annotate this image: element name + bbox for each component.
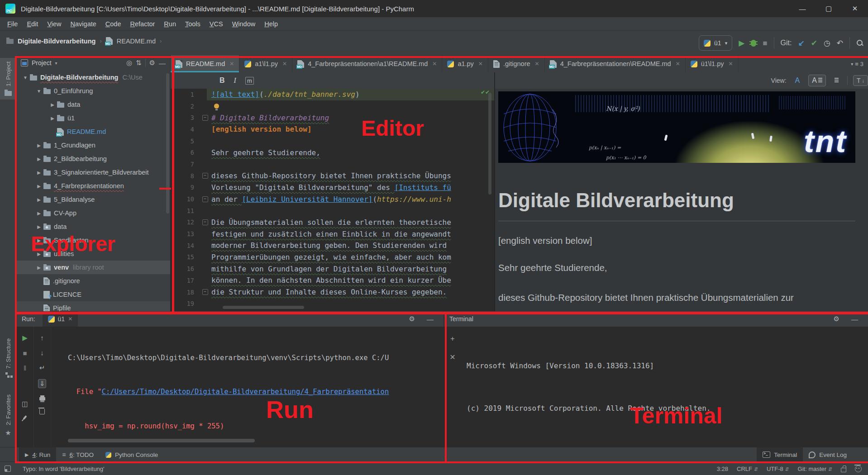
tree-row[interactable]: ▶ utilities — [16, 247, 170, 261]
tab-u1-l1-py[interactable]: ü1\l1.py ✕ — [686, 55, 739, 72]
toolwindow-todo-button[interactable]: ≡ 6: TODO — [56, 447, 100, 462]
expanded-arrow-icon[interactable]: ▼ — [34, 89, 43, 94]
sidebar-item-structure[interactable]: 7: Structure — [0, 335, 16, 382]
tree-row[interactable]: ▼ 0_Einführung — [16, 84, 170, 98]
scroll-to-end-icon[interactable]: ⇓ — [38, 379, 47, 388]
stop-button[interactable]: ■ — [763, 39, 767, 47]
clear-console-icon[interactable] — [39, 409, 45, 414]
collapsed-arrow-icon[interactable]: ▶ — [48, 116, 57, 121]
hide-panel-icon[interactable]: — — [159, 59, 166, 67]
maximize-button[interactable]: ▢ — [816, 0, 842, 17]
tab-farb-readme[interactable]: 4_Farbrepräsentationen\README.md ✕ — [545, 55, 686, 72]
collapsed-arrow-icon[interactable]: ▶ — [34, 211, 43, 216]
caret-position[interactable]: 3:28 — [717, 466, 728, 472]
sidebar-item-project[interactable]: 1: Project — [0, 58, 16, 100]
menu-run[interactable]: Run — [159, 19, 181, 29]
tab-gitignore[interactable]: .gitignore ✕ — [488, 55, 545, 72]
tree-row[interactable]: ▶ 1_Grundlagen — [16, 138, 170, 152]
rollback-icon[interactable]: ↶ — [837, 39, 843, 47]
fold-icon[interactable]: − — [202, 289, 208, 295]
sidebar-item-favorites[interactable]: 2: Favorites ★ — [0, 391, 16, 441]
menu-view[interactable]: View — [43, 19, 66, 29]
toolwindow-event-log-button[interactable]: Event Log — [803, 447, 853, 462]
menu-code[interactable]: Code — [101, 19, 126, 29]
collapsed-arrow-icon[interactable]: ▶ — [34, 184, 43, 189]
gear-icon[interactable]: ⚙ — [834, 315, 839, 323]
close-icon[interactable]: ✕ — [282, 61, 287, 67]
debug-button[interactable] — [751, 40, 756, 47]
line-ending-select[interactable]: CRLF ⇵ — [737, 466, 758, 472]
pause-button[interactable]: ‖ — [24, 364, 26, 372]
encoding-select[interactable]: UTF-8 ⇵ — [767, 466, 789, 472]
gear-icon[interactable]: ⚙ — [409, 315, 415, 323]
tree-row[interactable]: ▶ ü1 — [16, 111, 170, 125]
tree-row[interactable]: .gitignore — [16, 274, 170, 288]
menu-navigate[interactable]: Navigate — [66, 19, 101, 29]
menu-window[interactable]: Window — [228, 19, 260, 29]
italic-button[interactable]: I — [234, 76, 236, 85]
tree-row[interactable]: ▶ data — [16, 220, 170, 233]
fold-icon[interactable]: − — [202, 196, 208, 202]
tree-row[interactable]: LICENCE — [16, 288, 170, 301]
stop-button[interactable]: ■ — [23, 349, 27, 357]
intention-bulb-icon[interactable] — [214, 104, 219, 109]
close-button[interactable]: ✕ — [842, 0, 868, 17]
git-update-icon[interactable]: ↙ — [798, 39, 804, 47]
collapsed-arrow-icon[interactable]: ▶ — [34, 252, 43, 256]
down-stack-trace-icon[interactable]: ↓ — [40, 349, 44, 356]
minimize-button[interactable]: — — [789, 0, 816, 17]
tab-a1-py[interactable]: a1.py ✕ — [442, 55, 488, 72]
tree-row[interactable]: ▶ 2_Bildbearbeitung — [16, 152, 170, 166]
editor-pane[interactable]: 1![alt text](./data/tnt_banner.svg) 2 3−… — [171, 89, 494, 311]
collapsed-arrow-icon[interactable]: ▶ — [48, 102, 57, 107]
close-icon[interactable]: ✕ — [535, 61, 539, 67]
run-horizontal-scrollbar[interactable] — [68, 439, 255, 442]
close-icon[interactable]: ✕ — [676, 61, 680, 67]
run-button[interactable]: ▶ — [739, 39, 744, 47]
collapsed-arrow-icon[interactable]: ▶ — [34, 197, 43, 202]
fold-icon[interactable]: − — [202, 115, 208, 121]
collapsed-arrow-icon[interactable]: ▶ — [34, 143, 43, 148]
project-scrollbar[interactable] — [166, 73, 169, 214]
tree-row[interactable]: ▶ 3_Signalorientierte_Bildverarbeit — [16, 166, 170, 179]
tab-a1-l1-py[interactable]: a1\l1.py ✕ — [239, 55, 292, 72]
restore-layout-icon[interactable]: ◫ — [22, 400, 28, 408]
up-stack-trace-icon[interactable]: ↑ — [40, 334, 44, 342]
run-configuration-select[interactable]: ü1 ▾ — [699, 35, 732, 51]
pin-icon[interactable] — [23, 415, 27, 420]
gear-icon[interactable]: ⚙ — [149, 59, 155, 67]
history-clock-icon[interactable]: ◷ — [824, 39, 830, 47]
locate-file-icon[interactable]: ◎ — [126, 59, 132, 67]
print-icon[interactable] — [39, 397, 45, 400]
hide-panel-icon[interactable]: — — [427, 315, 434, 323]
tab-farb-a1-readme[interactable]: 4_Farbrepräsentationen\a1\README.md ✕ — [292, 55, 442, 72]
view-preview-only-button[interactable] — [831, 76, 842, 85]
collapsed-arrow-icon[interactable]: ▶ — [34, 157, 43, 162]
editor-scrollbar[interactable] — [488, 93, 491, 195]
bold-button[interactable]: B — [219, 76, 225, 85]
tree-row[interactable]: ▶ CV-App — [16, 206, 170, 220]
view-editor-only-button[interactable]: A — [792, 75, 803, 86]
collapsed-arrow-icon[interactable]: ▶ — [34, 170, 43, 175]
tree-row[interactable]: README.md — [16, 125, 170, 138]
menu-help[interactable]: Help — [260, 19, 282, 29]
close-session-icon[interactable]: ✕ — [449, 353, 455, 361]
tree-row[interactable]: ▶ data — [16, 98, 170, 111]
project-panel-title[interactable]: Project — [32, 59, 52, 66]
terminal-output[interactable]: Microsoft Windows [Version 10.0.18363.13… — [467, 330, 864, 447]
soft-wrap-icon[interactable]: ↵ — [39, 364, 45, 372]
stack-trace-link[interactable]: C:/Users/Timo/Desktop/Digitale-Bildverar… — [102, 388, 389, 396]
breadcrumb-project[interactable]: Digitale-Bildverarbeitung — [18, 38, 95, 45]
close-icon[interactable]: ✕ — [229, 61, 234, 67]
tree-row[interactable]: ▶ Sandkasten — [16, 233, 170, 247]
code-button[interactable]: m — [245, 77, 254, 85]
menu-tools[interactable]: Tools — [181, 19, 205, 29]
menu-refactor[interactable]: Refactor — [126, 19, 160, 29]
fold-icon[interactable]: − — [202, 219, 208, 225]
tree-row[interactable]: ▶ 4_Farbrepräsentationen — [16, 179, 170, 193]
expanded-arrow-icon[interactable]: ▼ — [21, 75, 30, 80]
toolwindow-run-button[interactable]: ▶ 4: Run — [19, 447, 56, 462]
hidden-tabs-dropdown[interactable]: ▾ ≡ 3 — [851, 55, 868, 72]
lock-icon[interactable] — [841, 468, 846, 472]
menu-file[interactable]: File — [3, 19, 22, 29]
